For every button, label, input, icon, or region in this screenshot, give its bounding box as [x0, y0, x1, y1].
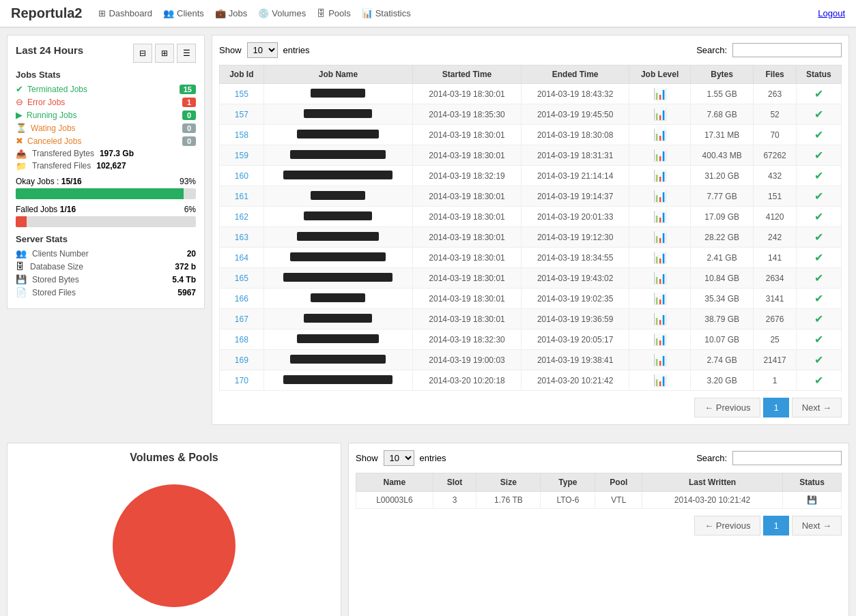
job-id-link[interactable]: 167	[235, 314, 248, 324]
job-id-link[interactable]: 164	[235, 253, 248, 263]
stored-bytes-value: 5.4 Tb	[172, 275, 196, 284]
clients-number-icon: 👥	[16, 248, 27, 259]
job-id-cell: 161	[220, 186, 264, 207]
job-id-link[interactable]: 162	[235, 212, 248, 222]
volumes-search-input[interactable]	[732, 451, 842, 465]
main-nav: ⊞ Dashboard 👥 Clients 💼 Jobs 💿 Volumes 🗄…	[98, 8, 801, 18]
jobs-table: Job Id Job Name Started Time Ended Time …	[219, 65, 842, 391]
table-row: L00003L6 3 1.76 TB LTO-6 VTL 2014-03-20 …	[356, 492, 842, 509]
nav-volumes[interactable]: 💿 Volumes	[258, 8, 306, 18]
view-btn-3[interactable]: ☰	[177, 44, 196, 63]
col-jobname[interactable]: Job Name	[263, 65, 413, 84]
job-started-cell: 2014-03-20 10:20:18	[413, 370, 522, 391]
nav-pools[interactable]: 🗄 Pools	[317, 8, 351, 18]
job-bytes-cell: 3.20 GB	[690, 370, 754, 391]
col-status[interactable]: Status	[796, 65, 841, 84]
status-ok-icon: ✔	[814, 293, 823, 304]
job-level-cell: 📊	[629, 309, 690, 329]
job-bytes-cell: 1.55 GB	[690, 84, 754, 104]
db-size-row: 🗄 Database Size 372 b	[16, 261, 196, 272]
job-files-cell: 242	[754, 227, 796, 248]
transfer-bytes-icon: 📤	[16, 149, 27, 159]
jobs-icon: 💼	[215, 8, 226, 18]
col-bytes[interactable]: Bytes	[690, 65, 754, 84]
view-btn-1[interactable]: ⊟	[133, 44, 152, 63]
job-files-cell: 263	[754, 84, 796, 104]
stored-files-value: 5967	[177, 288, 196, 297]
volumes-entries-label: entries	[420, 453, 446, 463]
jobs-prev-button[interactable]: ← Previous	[694, 398, 760, 417]
job-id-link[interactable]: 161	[235, 192, 248, 201]
nav-jobs[interactable]: 💼 Jobs	[215, 8, 247, 18]
job-status-cell: ✔	[796, 329, 841, 350]
vcol-size[interactable]: Size	[476, 473, 541, 492]
vcol-pool[interactable]: Pool	[595, 473, 642, 492]
terminated-badge: 15	[180, 85, 196, 94]
job-ended-cell: 2014-03-20 10:21:42	[521, 370, 629, 391]
job-ended-cell: 2014-03-19 19:38:41	[521, 350, 629, 370]
running-jobs-link[interactable]: Running Jobs	[27, 111, 76, 120]
jobs-show-select[interactable]: 10 25 50	[247, 42, 278, 58]
col-ended[interactable]: Ended Time	[521, 65, 629, 84]
error-icon: ⊖	[16, 97, 23, 107]
waiting-jobs-link[interactable]: Wating Jobs	[31, 123, 76, 133]
nav-dashboard[interactable]: ⊞ Dashboard	[98, 8, 152, 18]
jobs-next-button[interactable]: Next →	[792, 398, 842, 417]
vcol-lastwritten[interactable]: Last Written	[642, 473, 783, 492]
job-name-cell	[263, 309, 413, 329]
job-id-link[interactable]: 166	[235, 294, 248, 304]
job-name-cell	[263, 227, 413, 248]
canceled-jobs-link[interactable]: Canceled Jobs	[27, 136, 81, 146]
job-id-cell: 163	[220, 227, 264, 248]
job-files-cell: 70	[754, 125, 796, 145]
job-id-link[interactable]: 165	[235, 274, 248, 283]
job-ended-cell: 2014-03-19 19:12:30	[521, 227, 629, 248]
job-id-link[interactable]: 155	[235, 89, 248, 99]
job-id-link[interactable]: 163	[235, 233, 248, 242]
bar-chart-icon: 📊	[653, 170, 667, 181]
col-jobid[interactable]: Job Id	[220, 65, 264, 84]
error-jobs-link[interactable]: Error Jobs	[27, 98, 65, 107]
job-id-link[interactable]: 169	[235, 355, 248, 365]
dashboard-icon: ⊞	[98, 8, 106, 18]
col-joblevel[interactable]: Job Level	[629, 65, 690, 84]
status-ok-icon: ✔	[814, 108, 823, 120]
clients-number-label: Clients Number	[32, 249, 182, 259]
job-id-cell: 157	[220, 104, 264, 125]
vcol-status[interactable]: Status	[782, 473, 841, 492]
volumes-next-button[interactable]: Next →	[792, 516, 842, 536]
running-badge: 0	[182, 111, 196, 120]
volumes-page-1[interactable]: 1	[763, 516, 788, 536]
table-row: 166 2014-03-19 18:30:01 2014-03-19 19:02…	[220, 289, 842, 309]
vol-pool-cell: VTL	[595, 492, 642, 509]
job-id-link[interactable]: 158	[235, 130, 248, 140]
jobs-search-input[interactable]	[732, 43, 842, 57]
bar-chart-icon: 📊	[653, 190, 667, 202]
job-id-link[interactable]: 159	[235, 151, 248, 160]
view-btn-2[interactable]: ⊞	[155, 44, 174, 63]
vcol-type[interactable]: Type	[541, 473, 595, 492]
job-name-cell	[263, 350, 413, 370]
job-level-cell: 📊	[629, 84, 690, 104]
panel-title: Last 24 Hours	[16, 44, 83, 56]
job-bytes-cell: 10.84 GB	[690, 268, 754, 289]
vcol-slot[interactable]: Slot	[433, 473, 476, 492]
vcol-name[interactable]: Name	[356, 473, 433, 492]
terminated-jobs-link[interactable]: Terminated Jobs	[27, 85, 87, 94]
col-started[interactable]: Started Time	[413, 65, 522, 84]
nav-statistics[interactable]: 📊 Statistics	[362, 8, 411, 18]
job-bytes-cell: 10.07 GB	[690, 329, 754, 350]
volumes-show-select[interactable]: 10 25 50	[384, 450, 414, 466]
nav-clients[interactable]: 👥 Clients	[163, 8, 204, 18]
volumes-prev-button[interactable]: ← Previous	[694, 516, 760, 536]
logout-button[interactable]: Logout	[818, 8, 845, 18]
job-id-link[interactable]: 168	[235, 335, 248, 344]
col-files[interactable]: Files	[754, 65, 796, 84]
job-status-cell: ✔	[796, 350, 841, 370]
job-id-cell: 168	[220, 329, 264, 350]
status-ok-icon: ✔	[814, 313, 823, 325]
job-id-link[interactable]: 160	[235, 171, 248, 181]
job-id-link[interactable]: 170	[235, 376, 248, 385]
job-id-link[interactable]: 157	[235, 110, 248, 119]
jobs-page-1[interactable]: 1	[763, 398, 788, 417]
